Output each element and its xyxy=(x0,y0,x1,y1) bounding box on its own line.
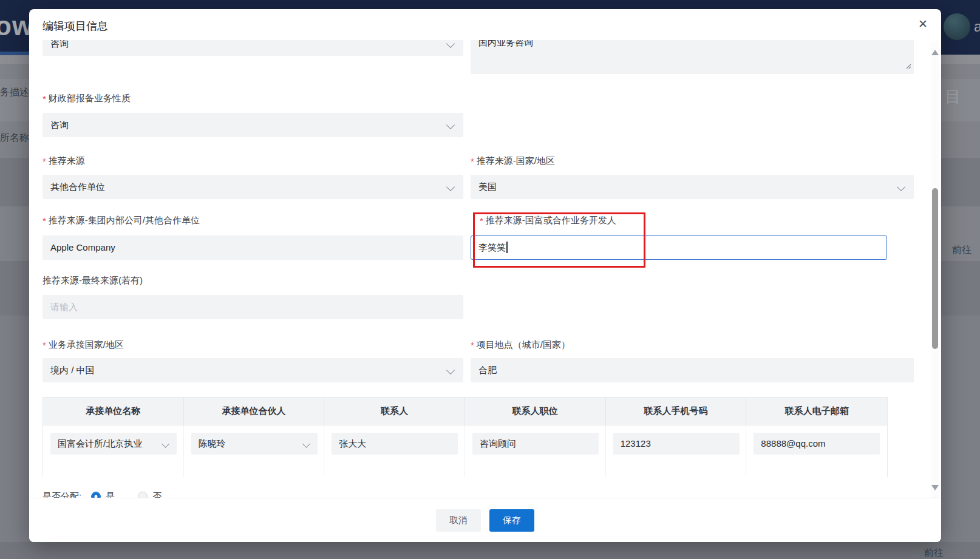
edit-project-dialog: 编辑项目信息 ✕ 咨询 国内业务咨询 * 财政部报备业务性质 咨询 xyxy=(29,9,941,542)
resize-handle-icon[interactable] xyxy=(905,60,911,72)
chevron-down-icon xyxy=(446,40,455,48)
cancel-button[interactable]: 取消 xyxy=(436,509,481,532)
business-description-textarea[interactable]: 国内业务咨询 xyxy=(471,40,914,74)
referral-developer-input[interactable]: 李笑笑 xyxy=(471,235,887,260)
text-cursor xyxy=(506,242,508,253)
business-description-value: 国内业务咨询 xyxy=(478,40,533,47)
required-asterisk: * xyxy=(471,156,474,166)
required-asterisk: * xyxy=(43,340,46,350)
dialog-title: 编辑项目信息 xyxy=(43,19,108,33)
screen: owe a 务描述 所名称 目 前往 前往 编辑项目信息 ✕ 咨询 国内业务咨询 xyxy=(0,0,980,559)
col-header-contact: 联系人 xyxy=(324,398,465,425)
required-asterisk: * xyxy=(43,93,46,104)
input-placeholder: 请输入 xyxy=(50,302,78,312)
project-location-input[interactable]: 合肥 xyxy=(471,358,914,382)
scroll-down-arrow-icon[interactable] xyxy=(931,485,939,490)
allocation-row: 是否分配: 是 否 xyxy=(43,490,162,498)
referral-country-select[interactable]: 美国 xyxy=(471,175,914,199)
contacts-table: 承接单位名称 承接单位合伙人 联系人 联系人职位 联系人手机号码 联系人电子邮箱… xyxy=(43,397,888,477)
radio-no-label: 否 xyxy=(152,491,162,498)
referral-company-input[interactable]: Apple Company xyxy=(43,235,463,260)
col-header-contact-phone: 联系人手机号码 xyxy=(606,398,747,425)
dialog-scrollbar[interactable] xyxy=(931,41,939,498)
referral-final-label: 推荐来源-最终来源(若有) xyxy=(43,274,143,286)
unit-name-select[interactable]: 国富会计所/北京执业 xyxy=(50,433,177,455)
close-icon[interactable]: ✕ xyxy=(918,17,928,32)
referral-company-label: * 推荐来源-集团内部公司/其他合作单位 xyxy=(43,214,200,226)
contact-phone-input[interactable]: 123123 xyxy=(613,433,740,455)
finance-nature-select[interactable]: 咨询 xyxy=(43,113,463,137)
unit-partner-select[interactable]: 陈晓玲 xyxy=(191,433,318,455)
required-asterisk: * xyxy=(43,156,46,166)
col-header-contact-title: 联系人职位 xyxy=(465,398,606,425)
business-country-select[interactable]: 境内 / 中国 xyxy=(43,358,463,382)
chevron-down-icon xyxy=(162,440,169,448)
service-type-value: 咨询 xyxy=(50,40,69,49)
dialog-footer: 取消 保存 xyxy=(29,498,941,542)
radio-no[interactable] xyxy=(138,492,148,498)
service-type-select[interactable]: 咨询 xyxy=(43,40,463,56)
referral-source-select[interactable]: 其他合作单位 xyxy=(43,175,463,199)
required-asterisk: * xyxy=(480,215,483,226)
finance-nature-label: * 财政部报备业务性质 xyxy=(43,92,131,104)
col-header-unit-partner: 承接单位合伙人 xyxy=(184,398,325,425)
chevron-down-icon xyxy=(446,121,455,129)
save-button[interactable]: 保存 xyxy=(489,509,534,532)
chevron-down-icon xyxy=(302,440,310,448)
referral-country-label: * 推荐来源-国家/地区 xyxy=(471,155,555,167)
chevron-down-icon xyxy=(446,183,455,191)
project-location-label: * 项目地点（城市/国家） xyxy=(471,339,570,351)
referral-source-label: * 推荐来源 xyxy=(43,155,85,167)
chevron-down-icon xyxy=(897,183,905,191)
allocation-label: 是否分配: xyxy=(43,491,81,498)
radio-yes-label: 是 xyxy=(106,491,115,498)
dialog-body-scroll-area: 咨询 国内业务咨询 * 财政部报备业务性质 咨询 * 推荐来源 xyxy=(29,40,941,498)
contact-title-input[interactable]: 咨询顾问 xyxy=(472,433,599,455)
referral-final-input[interactable]: 请输入 xyxy=(43,295,463,319)
contact-email-input[interactable]: 88888@qq.com xyxy=(754,433,880,455)
business-country-label: * 业务承接国家/地区 xyxy=(43,339,124,351)
chevron-down-icon xyxy=(446,366,455,374)
col-header-unit-name: 承接单位名称 xyxy=(43,398,184,425)
referral-developer-label: * 推荐来源-国富或合作业务开发人 xyxy=(480,214,616,226)
contacts-table-header: 承接单位名称 承接单位合伙人 联系人 联系人职位 联系人手机号码 联系人电子邮箱 xyxy=(43,398,887,425)
required-asterisk: * xyxy=(43,215,46,226)
radio-yes[interactable] xyxy=(91,492,101,498)
dialog-header: 编辑项目信息 ✕ xyxy=(29,9,941,40)
scroll-up-arrow-icon[interactable] xyxy=(931,50,939,55)
required-asterisk: * xyxy=(471,340,474,350)
table-row: 国富会计所/北京执业 陈晓玲 张大大 xyxy=(43,425,887,477)
contact-name-input[interactable]: 张大大 xyxy=(332,433,458,455)
scrollbar-thumb[interactable] xyxy=(932,188,938,349)
col-header-contact-email: 联系人电子邮箱 xyxy=(746,398,887,425)
